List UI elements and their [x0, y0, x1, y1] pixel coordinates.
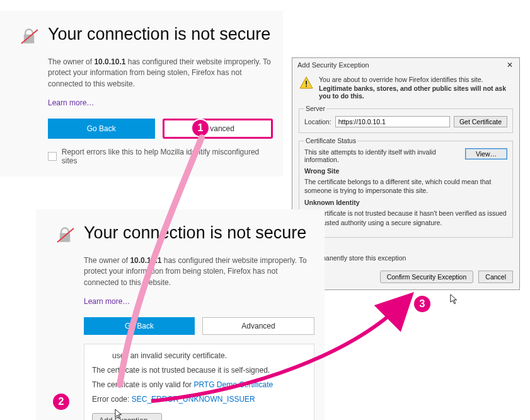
detail-self-signed: The certificate is not trusted because i…	[92, 365, 306, 376]
svg-rect-0	[306, 81, 307, 85]
prtg-cert-link[interactable]: PRTG Demo Certificate	[193, 380, 273, 389]
report-errors-label: Report errors like this to help Mozilla …	[62, 148, 273, 165]
close-icon[interactable]: ✕	[504, 61, 516, 69]
detail-invalid-cert: uses an invalid security certificate.	[92, 351, 306, 361]
report-errors-row[interactable]: Report errors like this to help Mozilla …	[48, 148, 273, 165]
get-certificate-button[interactable]: Get Certificate	[454, 116, 507, 127]
cert-status-text: This site attempts to identify itself wi…	[304, 148, 460, 163]
svg-rect-1	[306, 86, 307, 87]
cursor-icon	[450, 294, 459, 305]
cert-status-fieldset: Certificate Status This site attempts to…	[299, 137, 513, 238]
detail-valid-for: The certificate is only valid for PRTG D…	[92, 380, 306, 390]
error-code-row: Error code: SEC_ERROR_UNKNOWN_ISSUER	[92, 394, 306, 405]
report-errors-checkbox[interactable]	[48, 152, 57, 161]
confirm-security-exception-button[interactable]: Confirm Security Exception	[380, 271, 474, 283]
lock-slash-icon	[10, 25, 48, 45]
warning-text: The owner of 10.0.10.1 has configured th…	[48, 57, 273, 90]
page-heading: Your connection is not secure	[84, 223, 314, 243]
dialog-title: Add Security Exception	[297, 61, 369, 69]
advanced-button[interactable]: Advanced	[163, 119, 274, 139]
add-security-exception-dialog: Add Security Exception ✕ You are about t…	[292, 57, 520, 290]
warning-text: The owner of 10.0.10.1 has configured th…	[84, 255, 314, 288]
page-heading: Your connection is not secure	[48, 25, 273, 44]
unknown-identity-heading: Unknown Identity	[304, 199, 507, 206]
go-back-button[interactable]: Go Back	[48, 119, 155, 139]
error-code-link[interactable]: SEC_ERROR_UNKNOWN_ISSUER	[132, 395, 255, 404]
location-input[interactable]	[335, 116, 450, 127]
add-exception-button[interactable]: Add Exception…	[92, 413, 162, 420]
cursor-icon	[115, 409, 124, 420]
lock-slash-icon	[46, 223, 84, 243]
dialog-warn-line1: You are about to override how Firefox id…	[319, 76, 513, 83]
warning-icon	[299, 76, 314, 91]
wrong-site-heading: Wrong Site	[304, 167, 507, 175]
insecure-panel-2: Your connection is not secure The owner …	[36, 209, 325, 420]
step-badge-3: 3	[413, 295, 432, 313]
location-label: Location:	[304, 118, 331, 125]
view-button[interactable]: View…	[465, 148, 507, 160]
step-badge-2: 2	[52, 392, 71, 411]
step-badge-1: 1	[191, 119, 210, 137]
dialog-warn-line2: Legitimate banks, stores, and other publ…	[319, 85, 513, 100]
advanced-button[interactable]: Advanced	[202, 317, 314, 335]
unknown-identity-text: The certificate is not trusted because i…	[304, 209, 507, 226]
server-fieldset: Server Location: Get Certificate	[299, 105, 513, 133]
permanent-store-row[interactable]: ✓ Permanently store this exception	[299, 254, 513, 262]
go-back-button[interactable]: Go Back	[84, 317, 195, 335]
learn-more-link[interactable]: Learn more…	[48, 98, 273, 107]
cancel-button[interactable]: Cancel	[478, 271, 513, 283]
learn-more-link[interactable]: Learn more…	[84, 297, 314, 306]
wrong-site-text: The certificate belongs to a different s…	[304, 177, 507, 195]
insecure-panel-1: Your connection is not secure The owner …	[0, 11, 283, 177]
